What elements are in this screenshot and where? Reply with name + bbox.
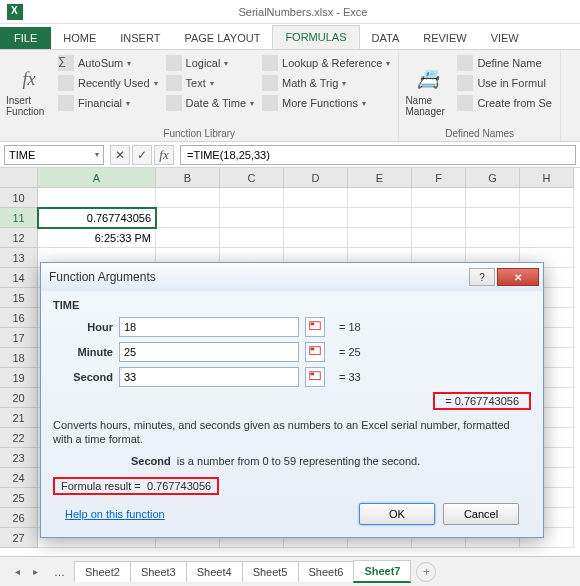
range-picker-icon[interactable] [305,367,325,387]
math-trig-button[interactable]: Math & Trig▾ [260,74,392,92]
tab-data[interactable]: DATA [360,27,412,49]
sheet-tab-5[interactable]: Sheet5 [242,561,299,582]
col-header-f[interactable]: F [412,168,466,188]
define-name-button[interactable]: Define Name [455,54,554,72]
sheet-tab-2[interactable]: Sheet2 [74,561,131,582]
row-header-22[interactable]: 22 [0,428,38,448]
recently-used-button[interactable]: Recently Used▾ [56,74,160,92]
ok-button[interactable]: OK [359,503,435,525]
tab-insert[interactable]: INSERT [108,27,172,49]
use-in-formula-button[interactable]: Use in Formul [455,74,554,92]
cell-A10[interactable] [38,188,156,208]
chevron-down-icon[interactable]: ▾ [95,150,99,159]
col-header-a[interactable]: A [38,168,156,188]
sheet-tab-7[interactable]: Sheet7 [353,560,411,583]
row-header-17[interactable]: 17 [0,328,38,348]
tab-formulas[interactable]: FORMULAS [272,25,359,49]
cancel-formula-button[interactable]: ✕ [110,145,130,165]
more-functions-button[interactable]: More Functions▾ [260,94,392,112]
cancel-button[interactable]: Cancel [443,503,519,525]
row-header-12[interactable]: 12 [0,228,38,248]
arg-hour-input[interactable] [119,317,299,337]
row-header-23[interactable]: 23 [0,448,38,468]
col-header-c[interactable]: C [220,168,284,188]
sheet-tab-6[interactable]: Sheet6 [298,561,355,582]
cell-E12[interactable] [348,228,412,248]
col-header-h[interactable]: H [520,168,574,188]
range-picker-icon[interactable] [305,342,325,362]
cell-A12[interactable]: 6:25:33 PM [38,228,156,248]
tab-page-layout[interactable]: PAGE LAYOUT [172,27,272,49]
row-header-14[interactable]: 14 [0,268,38,288]
cell-F10[interactable] [412,188,466,208]
next-sheet-button[interactable]: ▸ [26,562,44,582]
cell-B11[interactable] [156,208,220,228]
sheet-tab-4[interactable]: Sheet4 [186,561,243,582]
col-header-b[interactable]: B [156,168,220,188]
insert-function-button[interactable]: fx Insert Function [6,54,52,126]
tab-view[interactable]: VIEW [479,27,531,49]
cell-A11[interactable]: 0.767743056 [38,208,156,228]
help-button[interactable]: ? [469,268,495,286]
fx-button[interactable]: fx [154,145,174,165]
cell-G11[interactable] [466,208,520,228]
col-header-g[interactable]: G [466,168,520,188]
cell-B10[interactable] [156,188,220,208]
cell-E11[interactable] [348,208,412,228]
accept-formula-button[interactable]: ✓ [132,145,152,165]
cell-G10[interactable] [466,188,520,208]
cell-C11[interactable] [220,208,284,228]
cell-D11[interactable] [284,208,348,228]
cell-B12[interactable] [156,228,220,248]
tab-review[interactable]: REVIEW [411,27,478,49]
help-link[interactable]: Help on this function [65,508,165,520]
row-header-27[interactable]: 27 [0,528,38,548]
arg-second-input[interactable] [119,367,299,387]
tab-file[interactable]: FILE [0,27,51,49]
sheet-tab-3[interactable]: Sheet3 [130,561,187,582]
cell-H10[interactable] [520,188,574,208]
financial-button[interactable]: Financial▾ [56,94,160,112]
tab-home[interactable]: HOME [51,27,108,49]
formula-input[interactable]: =TIME(18,25,33) [180,145,576,165]
cell-D10[interactable] [284,188,348,208]
dialog-titlebar[interactable]: Function Arguments ? ✕ [41,263,543,291]
cell-E10[interactable] [348,188,412,208]
cell-F12[interactable] [412,228,466,248]
cell-D12[interactable] [284,228,348,248]
autosum-button[interactable]: ∑AutoSum▾ [56,54,160,72]
row-header-15[interactable]: 15 [0,288,38,308]
row-header-19[interactable]: 19 [0,368,38,388]
cell-F11[interactable] [412,208,466,228]
select-all-corner[interactable] [0,168,38,188]
cell-C10[interactable] [220,188,284,208]
close-button[interactable]: ✕ [497,268,539,286]
range-picker-icon[interactable] [305,317,325,337]
logical-button[interactable]: Logical▾ [164,54,257,72]
row-header-21[interactable]: 21 [0,408,38,428]
cell-G12[interactable] [466,228,520,248]
row-header-18[interactable]: 18 [0,348,38,368]
col-header-e[interactable]: E [348,168,412,188]
cell-H12[interactable] [520,228,574,248]
arg-minute-input[interactable] [119,342,299,362]
add-sheet-button[interactable]: + [416,562,436,582]
row-header-24[interactable]: 24 [0,468,38,488]
date-time-button[interactable]: Date & Time▾ [164,94,257,112]
cell-H11[interactable] [520,208,574,228]
sheet-overflow[interactable]: … [44,562,75,582]
row-header-16[interactable]: 16 [0,308,38,328]
cell-C12[interactable] [220,228,284,248]
row-header-25[interactable]: 25 [0,488,38,508]
create-from-selection-button[interactable]: Create from Se [455,94,554,112]
row-header-13[interactable]: 13 [0,248,38,268]
text-button[interactable]: Text▾ [164,74,257,92]
lookup-button[interactable]: Lookup & Reference▾ [260,54,392,72]
name-box[interactable]: TIME ▾ [4,145,104,165]
row-header-26[interactable]: 26 [0,508,38,528]
row-header-11[interactable]: 11 [0,208,38,228]
row-header-10[interactable]: 10 [0,188,38,208]
row-header-20[interactable]: 20 [0,388,38,408]
prev-sheet-button[interactable]: ◂ [8,562,26,582]
col-header-d[interactable]: D [284,168,348,188]
